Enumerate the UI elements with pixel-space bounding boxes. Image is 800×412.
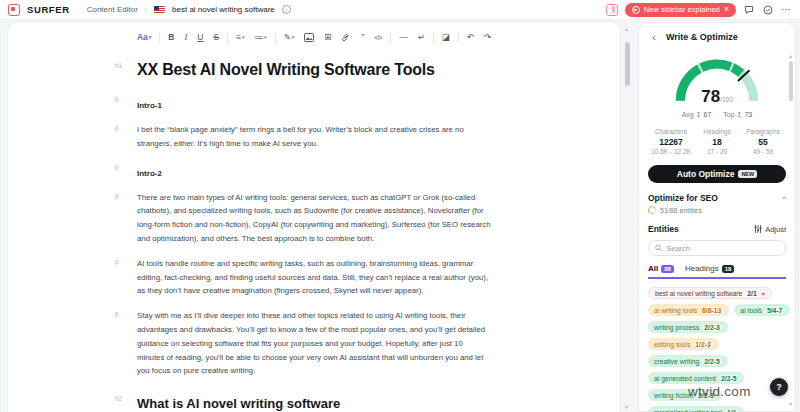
- toolbar-divider: [275, 32, 276, 43]
- doc-paragraph[interactable]: pI bet the “blank page anxiety” term rin…: [137, 123, 491, 151]
- doc-heading-2[interactable]: h2What is AI novel writing software: [137, 394, 491, 412]
- search-input[interactable]: [666, 244, 779, 253]
- doc-heading-1[interactable]: h1XX Best AI Novel Writing Software Tool…: [137, 61, 491, 79]
- entity-search[interactable]: [648, 240, 786, 256]
- chevron-down-icon: ▾: [242, 34, 245, 40]
- sidebar-toggle-icon[interactable]: [606, 4, 618, 16]
- document-body[interactable]: h1XX Best AI Novel Writing Software Tool…: [137, 61, 491, 412]
- insert-table-button[interactable]: ⊞: [322, 31, 333, 43]
- avg-top-row: Avg ↧ 67 Top ↥ 73: [648, 111, 786, 119]
- entity-pill[interactable]: ai tools5/4-7: [734, 304, 790, 316]
- adjust-button[interactable]: Adjust: [754, 225, 786, 234]
- new-badge: NEW: [738, 170, 757, 178]
- code-button[interactable]: </>: [372, 33, 384, 42]
- undo-button[interactable]: ↶: [465, 31, 476, 43]
- top-arrow-icon: ↥: [737, 111, 743, 118]
- sidebar-scroll-up-icon[interactable]: ▲: [788, 53, 793, 59]
- search-icon: [655, 244, 662, 252]
- horizontal-rule-button[interactable]: —: [397, 31, 410, 43]
- toolbar-divider: [390, 32, 391, 43]
- top-bar: SURFER Content Editor / best ai novel wr…: [0, 0, 800, 20]
- editor-toolbar: Aa▾ B I U S ≡▾ ≔▾ ✎▾ ⊞ ” </> — ↵ ◪ ↶ ↷: [8, 29, 620, 45]
- sidebar-scroll-down-icon[interactable]: ▼: [788, 401, 793, 407]
- insert-link-button[interactable]: [339, 31, 353, 43]
- block-type-marker: p: [115, 95, 119, 102]
- entity-pill[interactable]: editing tools1/2-3: [648, 338, 719, 350]
- block-type-marker: p: [115, 163, 119, 170]
- sidebar-title: Write & Optimize: [666, 32, 738, 42]
- text-style-button[interactable]: Aa▾: [135, 31, 153, 43]
- help-button[interactable]: ?: [770, 378, 788, 396]
- below-range-icon: ▾: [762, 290, 765, 297]
- list-button[interactable]: ≔▾: [253, 31, 269, 43]
- tab-all[interactable]: All 88: [648, 264, 674, 273]
- watermark: wtvid.com: [688, 384, 751, 399]
- tab-headings-count: 18: [722, 265, 735, 273]
- align-button[interactable]: ≡▾: [234, 31, 246, 43]
- editor-panel: Aa▾ B I U S ≡▾ ≔▾ ✎▾ ⊞ ” </> — ↵ ◪ ↶ ↷ h…: [8, 22, 620, 412]
- highlight-pen-button[interactable]: ✎▾: [282, 31, 297, 43]
- doc-paragraph[interactable]: pAI tools handle routine and specific wr…: [137, 257, 491, 298]
- entity-pill[interactable]: ai generated content2/2-5: [648, 372, 744, 384]
- us-flag-icon: [154, 6, 165, 13]
- scroll-up-icon[interactable]: ▲: [624, 26, 629, 32]
- check-circle-icon[interactable]: [762, 4, 774, 16]
- tab-all-count: 88: [661, 265, 674, 273]
- seo-progress: 51/88 entities: [648, 206, 786, 214]
- toolbar-divider: [458, 32, 459, 43]
- chevron-down-icon: ▾: [149, 34, 152, 40]
- close-icon[interactable]: ×: [724, 5, 729, 14]
- content-score: 78/100: [667, 87, 767, 107]
- doc-paragraph[interactable]: pStay with me as I’ll dive deeper into t…: [137, 309, 491, 378]
- editor-scrollbar-thumb[interactable]: [625, 42, 630, 86]
- clear-formatting-button[interactable]: ◪: [440, 31, 452, 43]
- blockquote-button[interactable]: ”: [359, 31, 366, 43]
- italic-button[interactable]: I: [182, 31, 189, 43]
- entity-pill[interactable]: specialized writing tool1/1: [648, 406, 744, 412]
- promo-badge-label: New sidebar explained: [644, 5, 720, 14]
- more-menu-icon[interactable]: ⋯: [781, 4, 792, 15]
- doc-paragraph[interactable]: pIntro-1: [137, 94, 491, 112]
- stat-headings: Headings 18 17 - 20: [694, 128, 740, 155]
- toolbar-divider: [227, 32, 228, 43]
- content-score-gauge: 78/100: [667, 51, 767, 108]
- scroll-down-icon[interactable]: ▼: [624, 404, 629, 410]
- block-type-marker: p: [115, 258, 119, 265]
- auto-optimize-button[interactable]: Auto Optimize NEW: [648, 165, 786, 183]
- back-chevron-icon[interactable]: ‹: [648, 31, 660, 43]
- line-break-button[interactable]: ↵: [416, 31, 427, 43]
- optimize-seo-section[interactable]: Optimize for SEO ^: [648, 193, 786, 203]
- insert-image-button[interactable]: [302, 32, 316, 43]
- bold-button[interactable]: B: [166, 31, 176, 43]
- block-type-marker: h1: [115, 62, 122, 69]
- avg-arrow-icon: ↧: [696, 111, 702, 118]
- surfer-logo-icon: [8, 4, 20, 16]
- strikethrough-button[interactable]: S: [211, 31, 221, 43]
- promo-badge[interactable]: ▶ New sidebar explained ×: [625, 3, 736, 17]
- entity-pill[interactable]: ai writing tools6/8-13: [648, 304, 729, 316]
- entity-pill[interactable]: best ai novel writing software2/1▾: [648, 287, 772, 299]
- info-icon[interactable]: i: [282, 5, 291, 14]
- toolbar-divider: [159, 32, 160, 43]
- underline-button[interactable]: U: [195, 31, 205, 43]
- breadcrumb-content-editor[interactable]: Content Editor: [87, 5, 138, 14]
- document-title[interactable]: best ai novel writing software: [172, 5, 275, 14]
- doc-paragraph[interactable]: pIntro-2: [137, 162, 491, 180]
- comments-icon[interactable]: [743, 4, 755, 16]
- breadcrumb-separator: /: [145, 5, 147, 14]
- entity-pill[interactable]: writing process2/2-3: [648, 321, 728, 333]
- brand-name: SURFER: [27, 4, 70, 15]
- play-icon[interactable]: ▶: [632, 6, 640, 14]
- block-type-marker: p: [115, 310, 119, 317]
- entity-pill[interactable]: creative writing2/2-5: [648, 355, 728, 367]
- progress-ring-icon: [647, 205, 657, 215]
- doc-paragraph[interactable]: pThere are two main types of AI writing …: [137, 191, 491, 246]
- entity-tabs: All 88 Headings 18: [648, 264, 786, 279]
- tab-headings[interactable]: Headings 18: [685, 264, 735, 273]
- sidebar-scrollbar-thumb[interactable]: [789, 61, 793, 101]
- editor-scrollbar[interactable]: ▲ ▼: [622, 24, 632, 412]
- collapse-chevron-icon[interactable]: ^: [782, 194, 786, 203]
- entities-header: Entities Adjust: [648, 224, 786, 234]
- sliders-icon: [754, 225, 762, 233]
- redo-button[interactable]: ↷: [482, 31, 493, 43]
